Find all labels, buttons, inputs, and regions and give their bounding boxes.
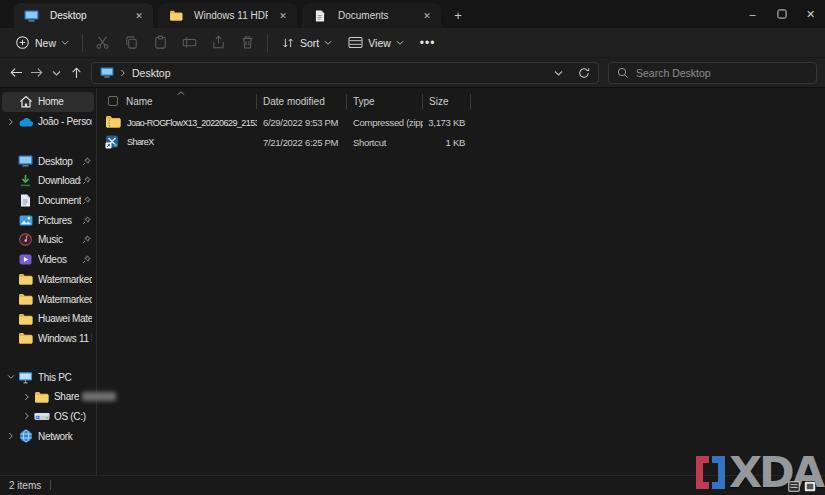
breadcrumb-location[interactable]: Desktop — [132, 67, 171, 79]
chevron-right-icon[interactable] — [4, 118, 17, 126]
file-row-zip[interactable]: Joao-ROGFlowX13_20220629_215347.zip 6/29… — [97, 113, 825, 133]
tab-label: Windows 11 HDR — [194, 10, 268, 21]
column-header-type[interactable]: Type — [347, 94, 423, 109]
address-bar[interactable]: Desktop — [91, 62, 599, 84]
file-name: Joao-ROGFlowX13_20220629_215347.zip — [127, 118, 257, 128]
sidebar-item-videos[interactable]: Videos — [2, 250, 94, 270]
delete-button[interactable] — [233, 31, 262, 55]
view-button[interactable]: View — [340, 31, 412, 55]
music-icon — [17, 232, 34, 248]
tab-label: Desktop — [50, 10, 124, 21]
refresh-icon — [578, 67, 590, 79]
navigation-pane: Home João - Personal Desktop — [0, 88, 97, 475]
column-label: Type — [353, 96, 375, 107]
details-view-toggle-button[interactable] — [787, 480, 800, 492]
copy-icon — [124, 35, 139, 50]
column-header-size[interactable]: Size — [423, 94, 471, 109]
drive-icon — [33, 408, 50, 424]
sidebar-gap — [0, 131, 96, 151]
folder-icon — [168, 8, 183, 24]
search-input[interactable] — [636, 67, 808, 79]
search-box[interactable] — [608, 62, 817, 84]
maximize-icon — [777, 9, 787, 19]
tab-label: Documents — [338, 10, 412, 21]
type-cell: Compressed (zipp... — [347, 117, 423, 128]
sidebar-item-watermarked-2[interactable]: Watermarked — [2, 289, 94, 309]
tab-documents[interactable]: Documents ✕ — [302, 3, 441, 28]
sidebar-item-huawei-matebook[interactable]: Huawei Matebook — [2, 309, 94, 329]
address-dropdown-button[interactable] — [548, 63, 568, 83]
date-cell: 6/29/2022 9:53 PM — [257, 117, 347, 128]
recent-locations-button[interactable] — [46, 62, 66, 84]
chevron-right-icon[interactable] — [120, 69, 126, 77]
close-tab-icon[interactable]: ✕ — [275, 8, 291, 24]
sidebar-item-windows-11-hdr[interactable]: Windows 11 HDR — [2, 329, 94, 349]
chevron-right-icon[interactable] — [20, 393, 33, 401]
this-pc-icon — [17, 369, 34, 385]
chevron-down-icon[interactable] — [4, 374, 17, 380]
chevron-right-icon[interactable] — [20, 412, 33, 420]
sidebar-item-desktop[interactable]: Desktop — [2, 151, 94, 171]
more-options-button[interactable]: ••• — [412, 31, 444, 55]
view-icon — [348, 36, 363, 49]
paste-button[interactable] — [146, 31, 175, 55]
sidebar-item-documents[interactable]: Documents — [2, 191, 94, 211]
new-tab-button[interactable]: + — [446, 3, 470, 28]
tab-windows-11-hdr[interactable]: Windows 11 HDR ✕ — [158, 3, 297, 28]
column-header-name[interactable]: Name — [97, 94, 257, 109]
xda-right-bracket-icon — [712, 456, 725, 489]
file-row-sharex[interactable]: ShareX 7/21/2022 6:25 PM Shortcut 1 KB — [97, 133, 825, 153]
sidebar-item-os-c[interactable]: OS (C:) — [2, 407, 94, 427]
chevron-right-icon[interactable] — [4, 432, 17, 440]
up-button[interactable] — [66, 62, 86, 84]
rename-icon — [182, 35, 197, 50]
select-all-checkbox[interactable] — [108, 96, 118, 106]
folder-icon — [17, 271, 34, 287]
xda-left-bracket-icon — [696, 456, 709, 489]
sidebar-item-home[interactable]: Home — [2, 92, 94, 112]
back-button[interactable] — [6, 62, 26, 84]
cut-button[interactable] — [88, 31, 117, 55]
pin-icon — [81, 255, 92, 264]
plus-circle-icon — [15, 35, 30, 50]
rename-button[interactable] — [175, 31, 204, 55]
column-headers: Name Date modified Type Size — [97, 92, 825, 110]
thumbnail-view-toggle-button[interactable] — [803, 480, 816, 492]
column-header-date-modified[interactable]: Date modified — [257, 94, 347, 109]
file-list-area: Name Date modified Type Size — [97, 88, 825, 475]
sidebar-item-pictures[interactable]: Pictures — [2, 210, 94, 230]
content-area: Home João - Personal Desktop — [0, 88, 825, 475]
sidebar-gap — [0, 348, 96, 367]
close-tab-icon[interactable]: ✕ — [419, 8, 435, 24]
item-count: 2 items — [9, 480, 41, 491]
folder-icon — [33, 389, 50, 405]
sidebar-item-network[interactable]: Network — [2, 426, 94, 446]
arrow-right-icon — [30, 67, 43, 78]
onedrive-cloud-icon — [17, 114, 34, 130]
share-button[interactable] — [204, 31, 233, 55]
sidebar-item-watermarked-1[interactable]: Watermarked — [2, 270, 94, 290]
close-button[interactable]: ✕ — [796, 0, 825, 28]
sidebar-item-onedrive-personal[interactable]: João - Personal — [2, 112, 94, 132]
sort-button[interactable]: Sort — [273, 31, 340, 55]
sidebar-item-share[interactable]: Share — [2, 387, 94, 407]
minimize-button[interactable]: – — [738, 0, 767, 28]
sidebar-item-music[interactable]: Music — [2, 230, 94, 250]
maximize-button[interactable] — [767, 0, 796, 28]
view-label: View — [368, 37, 391, 49]
forward-button[interactable] — [26, 62, 46, 84]
sidebar-item-label: OS (C:) — [54, 411, 92, 422]
sidebar-item-downloads[interactable]: Downloads — [2, 171, 94, 191]
file-rows: Joao-ROGFlowX13_20220629_215347.zip 6/29… — [97, 113, 825, 152]
copy-button[interactable] — [117, 31, 146, 55]
tab-desktop[interactable]: Desktop ✕ — [14, 3, 153, 28]
sidebar-item-this-pc[interactable]: This PC — [2, 367, 94, 387]
file-name: ShareX — [127, 137, 154, 147]
folder-icon — [17, 291, 34, 307]
sidebar-item-label: Documents — [38, 195, 81, 206]
sort-ascending-icon — [177, 90, 185, 96]
chevron-down-icon — [396, 39, 404, 46]
refresh-button[interactable] — [574, 63, 594, 83]
new-button[interactable]: New — [7, 31, 77, 55]
close-tab-icon[interactable]: ✕ — [131, 8, 147, 24]
